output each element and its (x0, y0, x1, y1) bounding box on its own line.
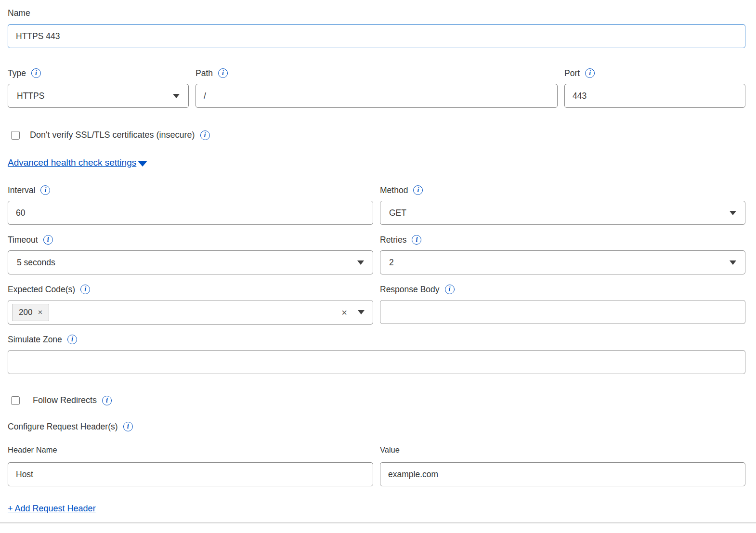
chevron-down-icon (730, 260, 736, 265)
path-input[interactable] (196, 84, 558, 108)
interval-input[interactable] (8, 201, 373, 225)
advanced-settings-link[interactable]: Advanced health check settings (8, 157, 147, 168)
advanced-settings-link-label: Advanced health check settings (8, 157, 136, 168)
follow-redirects-checkbox[interactable] (11, 396, 20, 405)
method-select[interactable]: GET (380, 201, 745, 225)
info-icon[interactable]: i (218, 68, 228, 78)
verify-ssl-label: Don't verify SSL/TLS certificates (insec… (30, 130, 195, 140)
path-field-group: Path i (196, 67, 558, 108)
port-input[interactable] (564, 84, 745, 108)
retries-select-value: 2 (389, 258, 730, 268)
simulate-zone-input[interactable] (8, 350, 745, 374)
method-select-value: GET (389, 208, 730, 218)
chevron-down-icon (358, 310, 365, 314)
info-icon[interactable]: i (585, 68, 595, 78)
tag-remove-icon[interactable]: × (38, 308, 42, 316)
type-field-group: Type i HTTPS (8, 67, 189, 108)
type-select-value: HTTPS (17, 91, 173, 101)
header-name-column-label: Header Name (8, 445, 57, 455)
code-tag: 200 × (12, 304, 49, 321)
expected-codes-field-group: Expected Code(s) i 200 × × (8, 284, 373, 325)
type-select[interactable]: HTTPS (8, 84, 189, 108)
triangle-down-icon (138, 161, 147, 167)
expected-codes-label: Expected Code(s) (8, 285, 75, 295)
info-icon[interactable]: i (413, 185, 423, 195)
header-name-input[interactable] (8, 462, 373, 486)
info-icon[interactable]: i (200, 130, 210, 140)
response-body-input[interactable] (380, 300, 745, 324)
code-tag-label: 200 (19, 308, 32, 317)
name-input[interactable] (8, 24, 745, 48)
info-icon[interactable]: i (445, 285, 455, 294)
add-request-header-link[interactable]: + Add Request Header (8, 504, 96, 514)
interval-field-group: Interval i (8, 184, 373, 225)
response-body-field-group: Response Body i (380, 284, 745, 325)
timeout-field-group: Timeout i 5 seconds (8, 234, 373, 274)
header-name-field-group: Header Name (8, 444, 373, 486)
port-label: Port (564, 68, 580, 78)
info-icon[interactable]: i (40, 185, 50, 195)
request-headers-title-row: Configure Request Header(s) i (8, 421, 745, 432)
request-header-row: Header Name Value (8, 444, 745, 486)
path-label: Path (196, 68, 213, 78)
chevron-down-icon (730, 211, 736, 215)
simulate-zone-field-group: Simulate Zone i (8, 334, 745, 374)
method-field-group: Method i GET (380, 184, 745, 225)
retries-label: Retries (380, 235, 406, 245)
port-field-group: Port i (564, 67, 745, 108)
info-icon[interactable]: i (67, 335, 77, 344)
simulate-zone-label: Simulate Zone (8, 335, 62, 345)
interval-label: Interval (8, 185, 35, 195)
timeout-label: Timeout (8, 235, 38, 245)
interval-method-row: Interval i Method i GET (8, 184, 745, 225)
method-label: Method (380, 185, 408, 195)
header-value-input[interactable] (380, 462, 745, 486)
codes-body-row: Expected Code(s) i 200 × × Response Body… (8, 284, 745, 325)
info-icon[interactable]: i (123, 422, 133, 431)
chevron-down-icon (173, 94, 180, 98)
info-icon[interactable]: i (43, 235, 53, 245)
follow-redirects-row: Follow Redirects i (8, 395, 745, 405)
name-label: Name (8, 8, 30, 18)
info-icon[interactable]: i (80, 285, 90, 294)
timeout-select[interactable]: 5 seconds (8, 250, 373, 274)
response-body-label: Response Body (380, 285, 440, 295)
chevron-down-icon (357, 260, 364, 265)
request-headers-title: Configure Request Header(s) (8, 422, 118, 432)
follow-redirects-label: Follow Redirects (33, 395, 97, 405)
health-check-form: Name Type i HTTPS Path i Port i (0, 0, 756, 514)
retries-select[interactable]: 2 (380, 250, 745, 274)
info-icon[interactable]: i (102, 396, 112, 405)
add-header-row: + Add Request Header (8, 504, 745, 514)
header-value-field-group: Value (380, 444, 745, 486)
verify-ssl-checkbox[interactable] (11, 131, 20, 140)
retries-field-group: Retries i 2 (380, 234, 745, 274)
type-path-port-row: Type i HTTPS Path i Port i (8, 67, 745, 108)
expected-codes-multiselect[interactable]: 200 × × (8, 300, 373, 325)
info-icon[interactable]: i (31, 68, 41, 78)
section-divider (0, 522, 756, 523)
advanced-settings-row: Advanced health check settings (8, 157, 745, 170)
name-field-group: Name (8, 8, 745, 48)
timeout-select-value: 5 seconds (17, 258, 357, 268)
type-label: Type (8, 68, 26, 78)
clear-all-icon[interactable]: × (341, 308, 347, 317)
header-value-column-label: Value (380, 445, 400, 455)
verify-ssl-row: Don't verify SSL/TLS certificates (insec… (8, 130, 745, 140)
timeout-retries-row: Timeout i 5 seconds Retries i 2 (8, 234, 745, 274)
info-icon[interactable]: i (412, 235, 421, 245)
